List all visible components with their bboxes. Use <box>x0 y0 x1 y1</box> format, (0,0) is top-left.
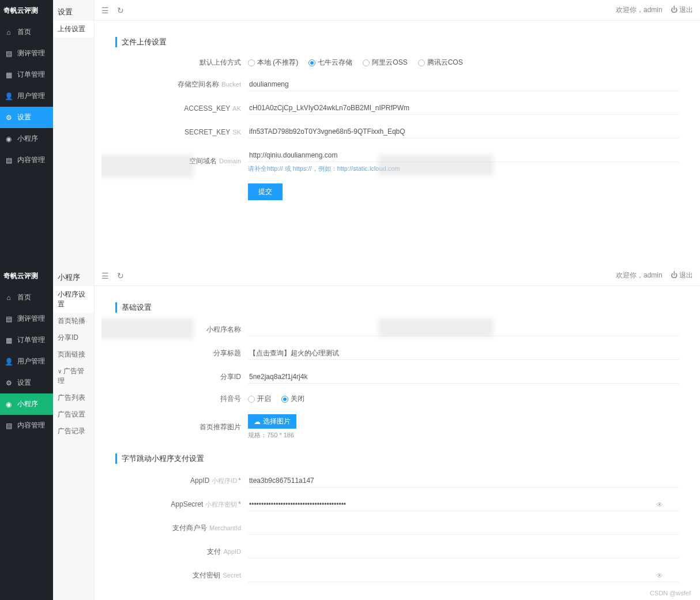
logout-link[interactable]: ⏻ 退出 <box>671 5 693 15</box>
sidebar-item-miniapp[interactable]: ◉小程序 <box>0 393 53 415</box>
subnav-ad-mgmt[interactable]: 广告管理 <box>53 363 94 389</box>
radio-group-upload: 本地 (不推荐) 七牛云存储 阿里云OSS 腾讯云COS <box>248 58 679 68</box>
choose-image-button[interactable]: ☁选择图片 <box>248 414 296 429</box>
sidebar-item-test[interactable]: ▤测评管理 <box>0 43 53 64</box>
blur-overlay <box>378 155 494 175</box>
logout-link[interactable]: ⏻ 退出 <box>671 271 693 280</box>
sidebar-item-test[interactable]: ▤测评管理 <box>0 308 53 329</box>
cloud-upload-icon: ☁ <box>254 418 261 426</box>
sidebar-item-content[interactable]: ▤内容管理 <box>0 415 53 436</box>
watermark: CSDN @wsfef <box>650 590 691 597</box>
topbar: ☰ ↻ 欢迎你，admin ⏻ 退出 <box>95 265 700 286</box>
content-upload-settings: 文件上传设置 默认上传方式 本地 (不推荐) 七牛云存储 阿里云OSS 腾讯云C… <box>101 28 693 258</box>
radio-local[interactable]: 本地 (不推荐) <box>248 58 298 68</box>
sidebar-item-settings[interactable]: ⚙设置 <box>0 107 53 128</box>
eye-icon[interactable]: 👁 <box>656 501 663 509</box>
user-icon: 👤 <box>5 358 13 366</box>
subnav-home-swipe[interactable]: 首页轮播 <box>53 313 94 329</box>
home-icon: ⌂ <box>5 294 13 302</box>
radio-douyin-close[interactable]: 关闭 <box>281 394 304 404</box>
wechat-icon: ◉ <box>5 135 13 143</box>
main-area: ☰ ↻ 欢迎你，admin ⏻ 退出 文件上传设置 默认上传方式 本地 (不推荐… <box>95 0 700 265</box>
user-icon: 👤 <box>5 92 13 100</box>
input-pay-secret[interactable] <box>248 569 679 582</box>
input-share-title[interactable] <box>248 347 679 360</box>
file-icon: ▤ <box>5 315 13 323</box>
label-upload-mode: 默认上传方式 <box>115 58 248 68</box>
label-douyin: 抖音号 <box>115 394 248 404</box>
subnav: 小程序 小程序设置 首页轮播 分享ID 页面链接 广告管理 广告列表 广告设置 … <box>53 265 95 600</box>
sidebar-item-miniapp[interactable]: ◉小程序 <box>0 128 53 149</box>
section-title-basic: 基础设置 <box>115 302 679 313</box>
submit-button[interactable]: 提交 <box>248 183 283 200</box>
input-share-id[interactable] <box>248 370 679 384</box>
label-share-id: 分享ID <box>115 372 248 382</box>
sidebar-item-user[interactable]: 👤用户管理 <box>0 351 53 372</box>
content-miniapp-settings: 基础设置 小程序名称 分享标题 分享ID 抖音号 开启 关闭 <box>101 293 693 593</box>
input-appsecret[interactable] <box>248 498 679 511</box>
sidebar-item-home[interactable]: ⌂首页 <box>0 21 53 43</box>
refresh-icon[interactable]: ↻ <box>117 271 124 280</box>
refresh-icon[interactable]: ↻ <box>117 6 124 15</box>
subnav-ad-record[interactable]: 广告记录 <box>53 423 94 440</box>
sidebar-item-order[interactable]: ▦订单管理 <box>0 329 53 351</box>
label-pay-secret: 支付密钥Secret <box>115 571 248 580</box>
subnav-title: 小程序 <box>53 269 94 286</box>
input-ak[interactable] <box>248 102 679 115</box>
subnav-title: 设置 <box>53 3 94 21</box>
label-share-title: 分享标题 <box>115 348 248 358</box>
radio-qiniu[interactable]: 七牛云存储 <box>308 58 352 68</box>
blur-overlay <box>101 155 194 178</box>
label-pay-appid: 支付AppID <box>115 547 248 557</box>
welcome-text: 欢迎你，admin <box>616 5 663 15</box>
label-appsecret: AppSecret小程序密钥* <box>115 500 248 509</box>
label-ak: ACCESS_KEYAK <box>115 104 248 112</box>
gear-icon: ⚙ <box>5 114 13 122</box>
sidebar-item-home[interactable]: ⌂首页 <box>0 287 53 308</box>
subnav-ad-setting[interactable]: 广告设置 <box>53 406 94 423</box>
doc-icon: ▤ <box>5 156 13 164</box>
power-icon: ⏻ <box>671 271 678 279</box>
radio-aliyun[interactable]: 阿里云OSS <box>363 58 407 68</box>
label-home-rec: 首页推荐图片 <box>115 422 248 432</box>
input-sk[interactable] <box>248 125 679 138</box>
panel-settings: 奇帆云评测 ⌂首页 ▤测评管理 ▦订单管理 👤用户管理 ⚙设置 ◉小程序 ▤内容… <box>0 0 700 265</box>
sidebar-item-user[interactable]: 👤用户管理 <box>0 85 53 107</box>
eye-icon[interactable]: 👁 <box>656 572 663 580</box>
subnav-upload-setting[interactable]: 上传设置 <box>53 21 94 38</box>
topbar: ☰ ↻ 欢迎你，admin ⏻ 退出 <box>95 0 700 21</box>
label-appid: AppID小程序ID* <box>115 477 248 485</box>
input-bucket[interactable] <box>248 78 679 91</box>
subnav-share-id[interactable]: 分享ID <box>53 329 94 346</box>
radio-douyin-open[interactable]: 开启 <box>248 394 271 404</box>
input-merchant[interactable] <box>248 522 679 535</box>
subnav-page-link[interactable]: 页面链接 <box>53 346 94 363</box>
sidebar-item-content[interactable]: ▤内容管理 <box>0 149 53 171</box>
input-pay-appid[interactable] <box>248 545 679 558</box>
doc-icon: ▤ <box>5 422 13 430</box>
main-sidebar: 奇帆云评测 ⌂首页 ▤测评管理 ▦订单管理 👤用户管理 ⚙设置 ◉小程序 ▤内容… <box>0 0 53 265</box>
size-hint: 规格：750 * 186 <box>248 431 679 440</box>
sidebar-item-order[interactable]: ▦订单管理 <box>0 64 53 85</box>
section-title-upload: 文件上传设置 <box>115 37 679 47</box>
brand-logo: 奇帆云评测 <box>0 265 53 287</box>
power-icon: ⏻ <box>671 6 678 14</box>
blur-overlay <box>101 318 194 339</box>
welcome-text: 欢迎你，admin <box>616 271 663 280</box>
radio-tencent[interactable]: 腾讯云COS <box>418 58 463 68</box>
blur-overlay <box>378 318 494 337</box>
subnav-ad-list[interactable]: 广告列表 <box>53 389 94 406</box>
subnav: 设置 上传设置 <box>53 0 95 265</box>
label-merchant: 支付商户号MerchantId <box>115 523 248 533</box>
label-sk: SECRET_KEYSK <box>115 128 248 136</box>
main-area: ☰ ↻ 欢迎你，admin ⏻ 退出 基础设置 小程序名称 分享标题 分享ID <box>95 265 700 600</box>
label-bucket: 存储空间名称Bucket <box>115 80 248 89</box>
sidebar-item-settings[interactable]: ⚙设置 <box>0 372 53 393</box>
clipboard-icon: ▦ <box>5 336 13 344</box>
menu-collapse-icon[interactable]: ☰ <box>101 271 109 280</box>
menu-collapse-icon[interactable]: ☰ <box>101 6 109 15</box>
input-appid[interactable] <box>248 474 679 487</box>
wechat-icon: ◉ <box>5 400 13 408</box>
section-title-bytedance-pay: 字节跳动小程序支付设置 <box>115 453 679 464</box>
subnav-mp-setting[interactable]: 小程序设置 <box>53 286 94 313</box>
